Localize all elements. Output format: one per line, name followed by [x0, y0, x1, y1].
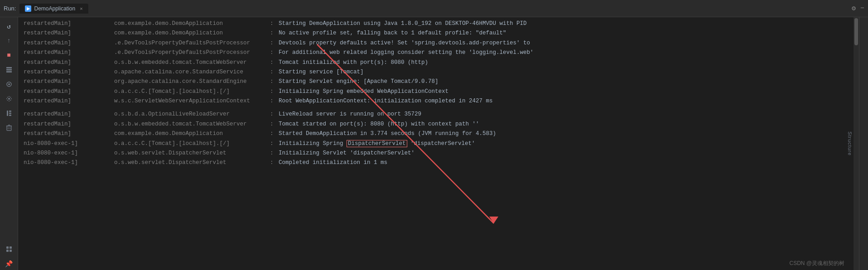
log-separator: : [268, 58, 279, 67]
console-line: restartedMain] com.example.demo.DemoAppl… [18, 19, 854, 29]
run-tab[interactable]: ▶ DemoApplication × [19, 4, 88, 14]
console-line: restartedMain] o.a.c.c.C.[Tomcat].[local… [18, 87, 854, 96]
log-separator: : [268, 130, 279, 138]
log-thread: restartedMain] [24, 130, 114, 138]
log-thread: restartedMain] [24, 19, 114, 28]
svg-point-4 [8, 83, 10, 85]
console-line: nio-8080-exec-1] o.s.web.servlet.Dispatc… [18, 149, 854, 158]
log-separator: : [268, 68, 279, 77]
log-thread: restartedMain] [24, 77, 114, 86]
scrollbar-thumb[interactable] [854, 18, 858, 45]
layout-icon[interactable] [3, 243, 15, 256]
rerun-icon[interactable] [3, 63, 15, 76]
log-message: For additional web related logging consi… [279, 48, 850, 57]
stop-icon[interactable]: ■ [3, 49, 15, 62]
minimize-icon[interactable]: − [860, 5, 864, 12]
log-message: Tomcat initialized with port(s): 8080 (h… [279, 58, 850, 67]
log-thread: nio-8080-exec-1] [24, 149, 114, 158]
log-message: Devtools property defaults active! Set '… [279, 39, 850, 48]
log-thread: nio-8080-exec-1] [24, 159, 114, 167]
svg-rect-15 [6, 246, 9, 249]
tab-icon: ▶ [25, 5, 31, 12]
pin-icon[interactable]: 📌 [3, 257, 15, 270]
log-message: Initializing Spring embedded WebApplicat… [279, 87, 850, 96]
svg-rect-10 [7, 126, 11, 130]
left-sidebar: ↺ ↑ ■ [0, 17, 18, 270]
log-class: o.s.b.w.embedded.tomcat.TomcatWebServer [114, 58, 268, 67]
svg-rect-16 [10, 246, 12, 249]
log-thread: restartedMain] [24, 68, 114, 77]
log-message: LiveReload server is running on port 357… [279, 110, 850, 119]
console-line: restartedMain] o.s.b.w.embedded.tomcat.T… [18, 120, 854, 129]
highlighted-class: DispatcherServlet [347, 140, 407, 147]
log-message: Initializing Servlet 'dispatcherServlet' [279, 149, 850, 158]
log-class: o.s.b.d.a.OptionalLiveReloadServer [114, 110, 268, 119]
log-class: .e.DevToolsPropertyDefaultsPostProcessor [114, 48, 268, 57]
console-line: restartedMain] com.example.demo.DemoAppl… [18, 129, 854, 139]
log-separator: : [268, 120, 279, 129]
log-class: o.s.b.w.embedded.tomcat.TomcatWebServer [114, 120, 268, 129]
scrollbar[interactable] [854, 17, 859, 270]
log-separator: : [268, 77, 279, 86]
console-area[interactable]: restartedMain] com.example.demo.DemoAppl… [18, 17, 854, 270]
svg-point-5 [8, 98, 10, 100]
log-separator: : [268, 39, 279, 48]
log-class: com.example.demo.DemoApplication [114, 130, 268, 138]
log-separator: : [268, 87, 279, 96]
svg-rect-8 [9, 113, 11, 114]
log-separator: : [268, 29, 279, 38]
log-class: o.a.c.c.C.[Tomcat].[localhost].[/] [114, 140, 268, 148]
settings-icon[interactable]: ⚙ [852, 4, 856, 13]
svg-rect-6 [7, 111, 8, 116]
gear-icon[interactable] [3, 92, 15, 105]
log-thread: restartedMain] [24, 87, 114, 96]
camera-icon[interactable] [3, 78, 15, 91]
toolbar-right: ⚙ − [852, 4, 864, 13]
watermark: CSDN @灵魂相契的树 [789, 260, 844, 267]
log-thread: restartedMain] [24, 97, 114, 106]
log-thread: restartedMain] [24, 48, 114, 57]
console-line: restartedMain] o.s.b.w.embedded.tomcat.T… [18, 58, 854, 68]
top-toolbar: Run: ▶ DemoApplication × ⚙ − [0, 0, 868, 17]
log-class: .e.DevToolsPropertyDefaultsPostProcessor [114, 39, 268, 48]
svg-marker-20 [489, 217, 498, 223]
log-message: Completed initialization in 1 ms [279, 159, 850, 167]
scroll-icon[interactable] [3, 107, 15, 120]
console-line: restartedMain] o.apache.catalina.core.St… [18, 68, 854, 77]
up-arrow-icon[interactable]: ↑ [3, 34, 15, 47]
log-separator: : [268, 48, 279, 57]
svg-rect-17 [6, 250, 9, 252]
log-class: com.example.demo.DemoApplication [114, 19, 268, 28]
log-class: o.a.c.c.C.[Tomcat].[localhost].[/] [114, 87, 268, 96]
log-thread: restartedMain] [24, 58, 114, 67]
log-message: Starting Servlet engine: [Apache Tomcat/… [279, 77, 850, 86]
log-message: No active profile set, falling back to 1… [279, 29, 850, 38]
log-thread: restartedMain] [24, 29, 114, 38]
trash-icon[interactable] [3, 121, 15, 134]
log-class: o.s.web.servlet.DispatcherServlet [114, 159, 268, 167]
svg-rect-7 [9, 111, 11, 112]
run-label: Run: [4, 5, 16, 12]
log-separator: : [268, 149, 279, 158]
restart-icon[interactable]: ↺ [3, 20, 15, 33]
log-class: org.apache.catalina.core.StandardEngine [114, 77, 268, 86]
tab-close-button[interactable]: × [80, 6, 82, 11]
log-message: Tomcat started on port(s): 8080 (http) w… [279, 120, 850, 129]
main-area: ↺ ↑ ■ [0, 17, 868, 270]
svg-rect-1 [6, 69, 12, 71]
tab-name: DemoApplication [34, 5, 75, 12]
svg-rect-2 [6, 71, 12, 72]
log-separator: : [268, 97, 279, 106]
console-line: restartedMain] org.apache.catalina.core.… [18, 77, 854, 87]
log-thread: restartedMain] [24, 120, 114, 129]
log-class: o.s.web.servlet.DispatcherServlet [114, 149, 268, 158]
log-separator: : [268, 110, 279, 119]
log-class: w.s.c.ServletWebServerApplicationContext [114, 97, 268, 106]
console-line: restartedMain] com.example.demo.DemoAppl… [18, 29, 854, 38]
log-thread: restartedMain] [24, 39, 114, 48]
log-class: o.apache.catalina.core.StandardService [114, 68, 268, 77]
console-output: restartedMain] com.example.demo.DemoAppl… [18, 19, 854, 168]
console-line: restartedMain] w.s.c.ServletWebServerApp… [18, 96, 854, 106]
log-message: Starting DemoApplication using Java 1.8.… [279, 19, 850, 28]
console-line: restartedMain] .e.DevToolsPropertyDefaul… [18, 48, 854, 58]
